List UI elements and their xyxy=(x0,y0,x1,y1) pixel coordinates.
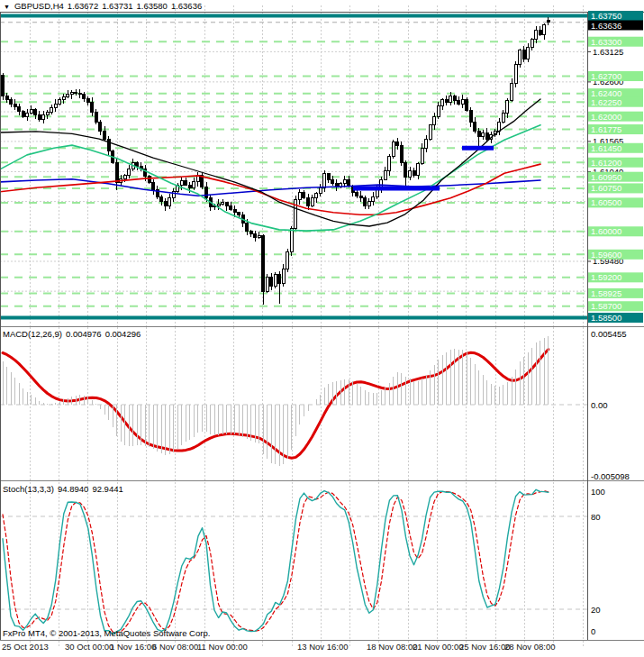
time-axis-label: 6 Nov 08:00 xyxy=(152,642,198,652)
candle-body xyxy=(233,210,236,213)
candle-body xyxy=(78,94,81,95)
macd-name: MACD(12,26,9) xyxy=(3,329,62,339)
candle-body xyxy=(506,100,509,114)
time-axis-label: 18 Nov 08:00 xyxy=(367,642,418,652)
candle-body xyxy=(188,185,191,188)
candle-body xyxy=(10,99,13,104)
green-level-label: 1.60750 xyxy=(591,183,621,193)
candle-body xyxy=(42,115,45,119)
candle-body xyxy=(461,99,464,104)
candle-body xyxy=(290,229,293,252)
candle-body xyxy=(83,95,86,98)
candle-body xyxy=(254,234,257,237)
time-axis-label: 28 Nov 08:00 xyxy=(504,642,556,652)
candle-body xyxy=(75,92,77,93)
candle-body xyxy=(59,99,61,104)
teal-resistance-line[interactable] xyxy=(0,315,587,319)
candle-body xyxy=(535,30,538,39)
candle-body xyxy=(392,142,395,157)
candle-body xyxy=(547,20,549,22)
mt4-chart-window: 1.631251.626001.615651.610401.594801.633… xyxy=(0,0,644,657)
candle-body xyxy=(511,83,513,100)
candle-body xyxy=(413,171,415,175)
candle-body xyxy=(502,114,504,123)
copyright-text: FxPro MT4, © 2001-2013, MetaQuotes Softw… xyxy=(3,628,210,638)
candle-body xyxy=(168,198,171,205)
candle-body xyxy=(62,96,65,99)
time-axis-label: 25 Oct 2013 xyxy=(2,642,49,652)
candle-body xyxy=(152,183,155,190)
candle-body xyxy=(384,171,386,180)
candle-body xyxy=(404,162,407,177)
candle-body xyxy=(185,181,187,185)
candle-body xyxy=(441,99,444,106)
candle-body xyxy=(172,191,175,198)
candle-body xyxy=(95,113,97,123)
candle-body xyxy=(193,182,195,188)
candle-body xyxy=(437,106,440,116)
candle-body xyxy=(225,203,228,206)
time-axis-label: 1 Nov 16:00 xyxy=(110,642,156,652)
candle-body xyxy=(70,92,73,95)
candle-body xyxy=(217,204,220,205)
candle-body xyxy=(388,157,391,171)
current-bid-label: 1.63636 xyxy=(591,21,621,31)
candle-body xyxy=(425,140,428,149)
quote-open: 1.63672 xyxy=(68,1,98,11)
green-level-label: 1.59600 xyxy=(591,250,621,260)
green-level-label: 1.60000 xyxy=(591,226,621,236)
candle-body xyxy=(249,232,252,234)
green-level-label: 1.60500 xyxy=(591,197,621,207)
candle-body xyxy=(453,96,456,100)
green-level-label: 1.60950 xyxy=(591,172,621,182)
candle-body xyxy=(230,206,232,210)
candle-body xyxy=(372,196,375,201)
candle-body xyxy=(539,30,541,34)
candle-body xyxy=(34,110,37,115)
symbol-dropdown-icon[interactable]: ▼ xyxy=(4,4,10,10)
candle-body xyxy=(485,132,488,140)
green-level-label: 1.63300 xyxy=(591,37,621,47)
candle-body xyxy=(359,196,362,198)
candle-body xyxy=(266,278,268,292)
candle-body xyxy=(46,112,49,115)
candle-body xyxy=(104,131,106,140)
candle-body xyxy=(522,50,525,59)
stoch-value-signal: 92.9441 xyxy=(92,484,122,494)
candle-body xyxy=(466,99,468,111)
candle-body xyxy=(348,179,350,186)
candle-body xyxy=(356,192,358,196)
macd-indicator-label: MACD(12,26,9)0.0049760.004296 xyxy=(3,329,144,339)
teal-resistance-line[interactable] xyxy=(0,14,587,18)
candle-body xyxy=(148,177,150,183)
candle-body xyxy=(396,142,399,145)
candle-body xyxy=(498,123,501,132)
symbol-period: GBPUSD,H4 xyxy=(14,1,64,11)
candle-body xyxy=(429,125,431,140)
candle-body xyxy=(115,162,118,182)
candle-body xyxy=(160,196,163,201)
green-level-label: 1.58925 xyxy=(591,288,621,298)
candle-body xyxy=(262,236,265,292)
candle-body xyxy=(417,163,420,175)
candle-body xyxy=(2,75,5,96)
candle-body xyxy=(421,148,423,163)
candle-body xyxy=(514,65,517,83)
stoch-name: Stoch(13,3,3) xyxy=(3,484,54,494)
candle-body xyxy=(477,131,480,136)
green-level-label: 1.58700 xyxy=(591,301,621,311)
candle-body xyxy=(123,175,126,178)
candle-body xyxy=(445,99,448,102)
stoch-axis-label: 80 xyxy=(591,512,601,522)
candle-body xyxy=(400,145,403,162)
stoch-indicator-label: Stoch(13,3,3)94.894092.9441 xyxy=(3,484,127,494)
time-axis-label: 13 Nov 16:00 xyxy=(297,642,349,652)
candle-body xyxy=(22,111,24,116)
candle-body xyxy=(364,198,367,205)
candle-body xyxy=(319,188,322,194)
quote-high: 1.63731 xyxy=(102,1,132,11)
candle-body xyxy=(270,278,273,287)
candle-body xyxy=(26,113,29,116)
candle-body xyxy=(274,275,277,287)
candle-body xyxy=(519,50,522,65)
